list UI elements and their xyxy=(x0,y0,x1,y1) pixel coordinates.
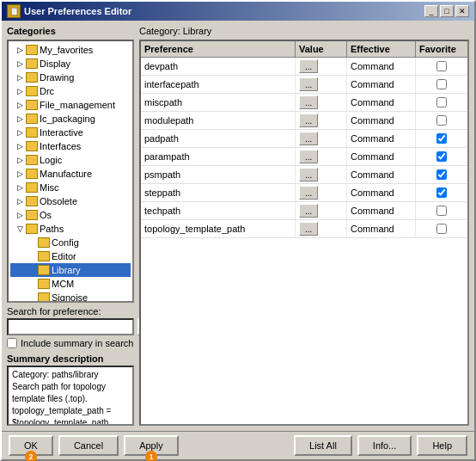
value-cell[interactable]: ... xyxy=(296,202,347,219)
table-row[interactable]: topology_template_path...Command xyxy=(141,220,467,238)
value-button[interactable]: ... xyxy=(299,132,318,145)
preference-cell: psmpath xyxy=(141,166,296,183)
effective-cell: Command xyxy=(347,112,416,129)
tree-item-paths[interactable]: ▽ Paths xyxy=(10,222,131,236)
expander-icon: ▷ xyxy=(14,140,26,152)
table-row[interactable]: techpath...Command xyxy=(141,202,467,220)
tree-item-drc[interactable]: ▷ Drc xyxy=(10,84,131,98)
close-button[interactable]: ✕ xyxy=(455,5,469,17)
tree-item-label: Drc xyxy=(40,86,54,96)
tree-item-label: MCM xyxy=(52,279,74,289)
value-cell[interactable]: ... xyxy=(296,94,347,111)
tree-item-config[interactable]: Config xyxy=(10,236,131,249)
value-cell[interactable]: ... xyxy=(296,184,347,201)
tree-item-signoise[interactable]: Signoise xyxy=(10,291,131,303)
favorite-checkbox[interactable] xyxy=(436,79,447,89)
categories-tree[interactable]: ▷ My_favorites ▷ Display ▷ Drawing ▷ xyxy=(7,40,134,303)
include-summary-row: Include summary in search xyxy=(7,338,134,348)
search-input[interactable] xyxy=(7,318,134,335)
col-effective: Effective xyxy=(347,41,416,57)
favorite-cell[interactable] xyxy=(416,220,467,237)
value-button[interactable]: ... xyxy=(299,186,318,200)
list-all-button[interactable]: List All xyxy=(294,435,352,456)
favorite-cell[interactable] xyxy=(416,202,467,219)
tree-item-manufacture[interactable]: ▷ Manufacture xyxy=(10,167,131,181)
tree-item-label: My_favorites xyxy=(40,45,93,55)
value-button[interactable]: ... xyxy=(299,114,318,127)
table-row[interactable]: devpath...Command xyxy=(141,58,467,76)
tree-item-label: Editor xyxy=(52,251,76,261)
favorite-checkbox[interactable] xyxy=(436,97,447,108)
favorite-cell[interactable] xyxy=(416,94,467,111)
tree-item-ic-packaging[interactable]: ▷ Ic_packaging xyxy=(10,112,131,126)
value-cell[interactable]: ... xyxy=(296,76,347,93)
tree-item-my-favorites[interactable]: ▷ My_favorites xyxy=(10,43,131,57)
tree-item-editor[interactable]: Editor xyxy=(10,249,131,263)
favorite-cell[interactable] xyxy=(416,184,467,201)
minimize-button[interactable]: _ xyxy=(424,5,438,17)
tree-item-file-management[interactable]: ▷ File_management xyxy=(10,98,131,112)
value-cell[interactable]: ... xyxy=(296,166,347,183)
tree-item-drawing[interactable]: ▷ Drawing xyxy=(10,71,131,84)
favorite-checkbox[interactable] xyxy=(436,151,447,162)
favorite-cell[interactable] xyxy=(416,166,467,183)
value-cell[interactable]: ... xyxy=(296,148,347,165)
value-button[interactable]: ... xyxy=(299,95,318,109)
favorite-cell[interactable] xyxy=(416,148,467,165)
effective-cell: Command xyxy=(347,94,416,111)
table-row[interactable]: parampath...Command xyxy=(141,148,467,166)
maximize-button[interactable]: □ xyxy=(440,5,454,17)
favorite-checkbox[interactable] xyxy=(436,169,447,180)
include-summary-checkbox[interactable] xyxy=(7,338,17,348)
table-row[interactable]: interfacepath...Command xyxy=(141,76,467,94)
expander-icon: ▷ xyxy=(14,126,26,138)
favorite-checkbox[interactable] xyxy=(436,115,447,126)
value-cell[interactable]: ... xyxy=(296,112,347,129)
col-value: Value xyxy=(296,41,347,57)
tree-item-logic[interactable]: ▷ Logic xyxy=(10,153,131,167)
favorite-cell[interactable] xyxy=(416,76,467,93)
favorite-checkbox[interactable] xyxy=(436,61,447,71)
tree-item-library[interactable]: Library xyxy=(10,263,131,277)
value-cell[interactable]: ... xyxy=(296,130,347,147)
effective-cell: Command xyxy=(347,166,416,183)
favorite-cell[interactable] xyxy=(416,130,467,147)
favorite-cell[interactable] xyxy=(416,112,467,129)
value-cell[interactable]: ... xyxy=(296,58,347,75)
info-button[interactable]: Info... xyxy=(357,435,412,456)
expander-icon xyxy=(26,264,38,276)
value-button[interactable]: ... xyxy=(299,222,318,236)
cancel-button[interactable]: Cancel xyxy=(58,435,119,456)
left-panel: Categories ▷ My_favorites ▷ Display ▷ D xyxy=(7,26,134,426)
table-row[interactable]: psmpath...Command xyxy=(141,166,467,184)
value-button[interactable]: ... xyxy=(299,150,318,163)
tree-item-misc[interactable]: ▷ Misc xyxy=(10,181,131,194)
table-row[interactable]: padpath...Command xyxy=(141,130,467,148)
table-row[interactable]: modulepath...Command xyxy=(141,112,467,130)
col-favorite: Favorite xyxy=(416,41,467,57)
tree-item-obsolete[interactable]: ▷ Obsolete xyxy=(10,194,131,208)
favorite-checkbox[interactable] xyxy=(436,206,447,216)
table-row[interactable]: miscpath...Command xyxy=(141,94,467,112)
tree-item-mcm[interactable]: MCM xyxy=(10,277,131,291)
favorite-checkbox[interactable] xyxy=(436,187,447,198)
help-button[interactable]: Help xyxy=(417,435,467,456)
tree-item-interfaces[interactable]: ▷ Interfaces xyxy=(10,139,131,153)
expander-icon: ▷ xyxy=(14,209,26,221)
value-cell[interactable]: ... xyxy=(296,220,347,237)
tree-item-display[interactable]: ▷ Display xyxy=(10,57,131,71)
table-row[interactable]: steppath...Command xyxy=(141,184,467,202)
favorite-checkbox[interactable] xyxy=(436,224,447,234)
folder-icon xyxy=(26,58,38,69)
value-button[interactable]: ... xyxy=(299,168,318,181)
value-button[interactable]: ... xyxy=(299,204,318,218)
tree-item-interactive[interactable]: ▷ Interactive xyxy=(10,126,131,139)
preference-table[interactable]: Preference Value Effective Favorite devp… xyxy=(139,40,469,426)
tree-item-os[interactable]: ▷ Os xyxy=(10,208,131,222)
value-button[interactable]: ... xyxy=(299,59,318,73)
search-label: Search for preference: xyxy=(7,306,134,317)
apply-number: 1 xyxy=(145,451,157,461)
favorite-cell[interactable] xyxy=(416,58,467,75)
value-button[interactable]: ... xyxy=(299,77,318,91)
favorite-checkbox[interactable] xyxy=(436,133,447,144)
